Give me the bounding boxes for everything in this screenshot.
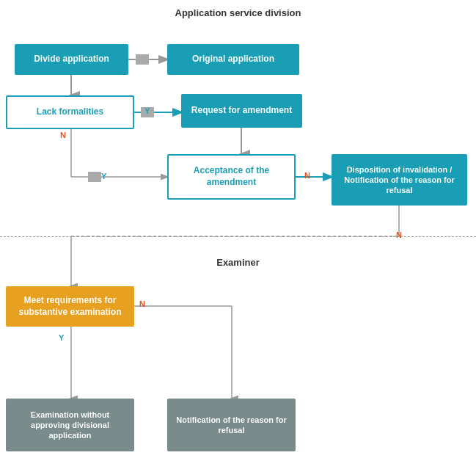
meet-requirements-box: Meet requirements for substantive examin…: [6, 286, 134, 327]
y-label-1: Y: [144, 106, 150, 115]
examiner-label: Examiner: [0, 257, 476, 268]
request-amendment-box: Request for amendment: [181, 94, 302, 128]
n-label-1: N: [60, 131, 66, 139]
n-label-2: N: [304, 171, 310, 180]
acceptance-amendment-box: Acceptance of the amendment: [167, 154, 296, 200]
n-label-4: N: [139, 299, 145, 308]
y-label-3: Y: [59, 333, 64, 342]
y-label-2: Y: [101, 172, 106, 181]
svg-rect-1: [136, 54, 149, 65]
original-application-box: Original application: [167, 44, 299, 75]
svg-rect-9: [88, 172, 101, 182]
examination-without-box: Examination without approving divisional…: [6, 399, 134, 451]
lack-formalities-box: Lack formalities: [6, 95, 134, 129]
page-title: Application service division: [0, 7, 476, 18]
notification-refusal-box: Notification of the reason for refusal: [167, 399, 296, 451]
divide-application-box: Divide application: [15, 44, 128, 75]
disposition-invalidation-box: Disposition of invalidation / Notificati…: [332, 154, 467, 206]
n-label-3: N: [396, 230, 402, 239]
diagram: Application service division Examiner: [0, 0, 476, 458]
section-divider: [0, 236, 476, 237]
